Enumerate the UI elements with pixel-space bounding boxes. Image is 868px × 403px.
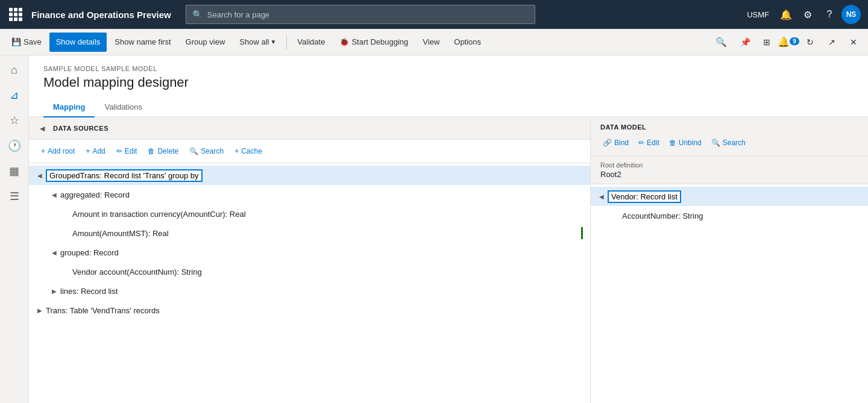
- tab-validations[interactable]: Validations: [95, 98, 152, 117]
- tree-node-grouped[interactable]: ◀ grouped: Record: [29, 243, 590, 262]
- ds-add-root-button[interactable]: + Add root: [36, 143, 80, 159]
- ds-add-root-icon: +: [41, 147, 45, 155]
- dm-edit-button[interactable]: ✏ Edit: [636, 136, 662, 150]
- binding-indicator: [581, 227, 583, 239]
- notification-count: 9: [790, 37, 799, 45]
- root-definition-section: Root definition Root2: [591, 157, 868, 184]
- toolbar-search-icon[interactable]: 🔍: [712, 34, 729, 51]
- show-name-button[interactable]: Show name first: [108, 33, 177, 52]
- tree-expand-trans[interactable]: ▶: [34, 304, 46, 316]
- ds-add-icon: +: [86, 147, 90, 155]
- content-area: SAMPLE MODEL SAMPLE MODEL Model mapping …: [29, 55, 868, 403]
- pin-icon[interactable]: 📌: [735, 33, 755, 52]
- dm-label-account-number: AccountNumber: String: [622, 211, 703, 220]
- tree-label-amount-mst: Amount(AmountMST): Real: [72, 229, 169, 238]
- tree-expand-grouped-trans[interactable]: ◀: [34, 169, 46, 181]
- root-definition-value: Root2: [600, 170, 858, 179]
- show-details-button[interactable]: Show details: [49, 33, 107, 52]
- view-button[interactable]: View: [416, 33, 446, 52]
- ds-panel-header: ◀ DATA SOURCES: [29, 117, 590, 140]
- tree-node-trans[interactable]: ▶ Trans: Table 'VendTrans' records: [29, 301, 590, 320]
- ds-search-icon: 🔍: [189, 147, 198, 155]
- avatar[interactable]: NS: [841, 5, 861, 24]
- ds-edit-button[interactable]: ✏ Edit: [112, 143, 142, 159]
- page-title: Model mapping designer: [43, 75, 854, 90]
- ds-cache-icon: +: [234, 147, 239, 155]
- sidebar-workspace-icon[interactable]: ▦: [2, 159, 27, 183]
- ds-panel-title: DATA SOURCES: [53, 125, 108, 132]
- dm-bind-icon: 🔗: [603, 139, 612, 147]
- ds-add-button[interactable]: + Add: [81, 143, 110, 159]
- tabs: Mapping Validations: [29, 98, 868, 117]
- chevron-down-icon: ▼: [270, 39, 276, 45]
- tree-node-aggregated[interactable]: ◀ aggregated: Record: [29, 185, 590, 204]
- tree-node-lines[interactable]: ▶ lines: Record list: [29, 281, 590, 301]
- tree-expand-grouped[interactable]: ◀: [48, 246, 60, 258]
- help-button[interactable]: ?: [820, 5, 839, 24]
- ds-collapse-button[interactable]: ◀: [36, 122, 48, 134]
- dm-edit-icon: ✏: [638, 139, 644, 147]
- global-search-bar[interactable]: 🔍: [186, 5, 535, 24]
- save-button[interactable]: 💾 Save: [5, 33, 48, 52]
- dm-label-vendor: Vendor: Record list: [608, 190, 681, 203]
- search-icon: 🔍: [192, 10, 203, 19]
- waffle-menu[interactable]: [7, 6, 24, 23]
- close-icon[interactable]: ✕: [844, 33, 863, 52]
- dm-expand-vendor[interactable]: ◀: [596, 190, 608, 202]
- tree-label-grouped-trans: GroupedTrans: Record list 'Trans' group …: [46, 169, 203, 182]
- tree-node-grouped-trans[interactable]: ◀ GroupedTrans: Record list 'Trans' grou…: [29, 166, 590, 185]
- dm-panel-title: DATA MODEL: [600, 123, 858, 131]
- tree-label-amount-cur: Amount in transaction currency(AmountCur…: [72, 210, 246, 219]
- tree-label-lines: lines: Record list: [60, 287, 118, 296]
- start-debugging-button[interactable]: 🐞 Start Debugging: [333, 33, 415, 52]
- tree-expand-lines[interactable]: ▶: [48, 285, 60, 297]
- ds-cache-button[interactable]: + Cache: [230, 143, 267, 159]
- dm-bind-button[interactable]: 🔗 Bind: [600, 136, 631, 150]
- dm-tree-node-vendor[interactable]: ◀ Vendor: Record list: [591, 187, 868, 206]
- tree-node-vendor-account[interactable]: Vendor account(AccountNum): String: [29, 262, 590, 281]
- ds-delete-button[interactable]: 🗑 Delete: [143, 143, 183, 159]
- expand-icon[interactable]: ⊞: [757, 33, 776, 52]
- dm-search-icon: 🔍: [711, 139, 720, 147]
- show-all-button[interactable]: Show all ▼: [233, 33, 283, 52]
- dm-panel-header: DATA MODEL 🔗 Bind ✏ Edit 🗑 Unbind: [591, 117, 868, 157]
- sidebar-home-icon[interactable]: ⌂: [2, 58, 27, 82]
- waffle-icon: [9, 8, 22, 21]
- dm-unbind-icon: 🗑: [669, 139, 676, 147]
- search-input[interactable]: [207, 10, 529, 19]
- dm-tree: ◀ Vendor: Record list AccountNumber: Str…: [591, 184, 868, 403]
- notification-badge-button[interactable]: 🔔9: [779, 33, 798, 52]
- breadcrumb: SAMPLE MODEL SAMPLE MODEL: [43, 65, 854, 72]
- sidebar-recent-icon[interactable]: 🕐: [2, 134, 27, 158]
- tree-label-trans: Trans: Table 'VendTrans' records: [46, 306, 160, 315]
- dm-unbind-button[interactable]: 🗑 Unbind: [667, 136, 704, 150]
- company-label: USMF: [742, 10, 774, 19]
- tree-label-grouped: grouped: Record: [60, 248, 119, 257]
- data-model-panel: DATA MODEL 🔗 Bind ✏ Edit 🗑 Unbind: [591, 117, 868, 403]
- validate-button[interactable]: Validate: [291, 33, 332, 52]
- tree-label-aggregated: aggregated: Record: [60, 190, 130, 199]
- tab-mapping[interactable]: Mapping: [43, 98, 95, 117]
- dm-toolbar: 🔗 Bind ✏ Edit 🗑 Unbind 🔍: [600, 136, 858, 150]
- top-navigation: Finance and Operations Preview 🔍 USMF 🔔 …: [0, 0, 868, 29]
- toolbar-separator-1: [286, 35, 287, 49]
- designer: ◀ DATA SOURCES + Add root + Add ✏ Edit: [29, 117, 868, 403]
- tree-expand-aggregated[interactable]: ◀: [48, 189, 60, 201]
- sidebar-filter-icon[interactable]: ⊿: [2, 83, 27, 107]
- dm-search-button[interactable]: 🔍 Search: [709, 136, 748, 150]
- sidebar-list-icon[interactable]: ☰: [2, 184, 27, 208]
- dm-tree-node-account-number[interactable]: AccountNumber: String: [591, 206, 868, 225]
- ds-search-button[interactable]: 🔍 Search: [184, 143, 228, 159]
- refresh-icon[interactable]: ↻: [800, 33, 820, 52]
- group-view-button[interactable]: Group view: [179, 33, 232, 52]
- app-title: Finance and Operations Preview: [31, 10, 171, 20]
- page-header: SAMPLE MODEL SAMPLE MODEL Model mapping …: [29, 55, 868, 98]
- open-in-new-icon[interactable]: ↗: [822, 33, 841, 52]
- sidebar-favorites-icon[interactable]: ☆: [2, 108, 27, 133]
- notification-button[interactable]: 🔔: [776, 5, 796, 24]
- options-button[interactable]: Options: [447, 33, 488, 52]
- ds-delete-icon: 🗑: [148, 147, 155, 155]
- tree-node-amount-cur[interactable]: Amount in transaction currency(AmountCur…: [29, 204, 590, 223]
- settings-button[interactable]: ⚙: [798, 5, 817, 24]
- tree-node-amount-mst[interactable]: Amount(AmountMST): Real: [29, 223, 590, 243]
